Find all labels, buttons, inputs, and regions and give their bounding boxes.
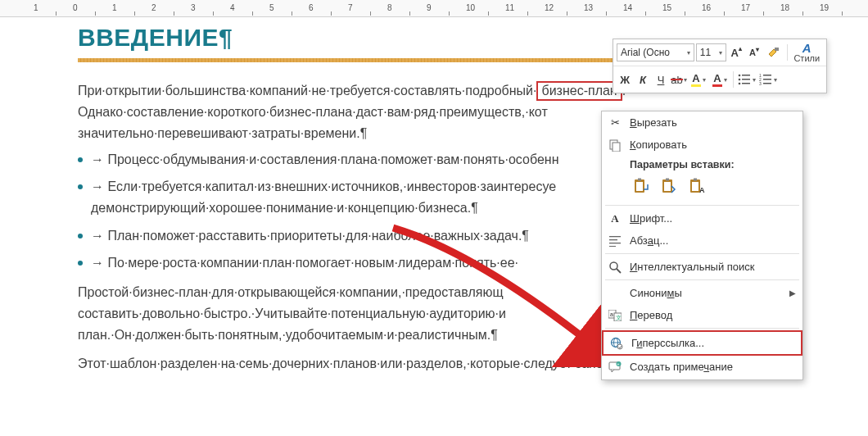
para1-part-a: При·открытии·большинства·компаний·не·тре… — [78, 84, 536, 98]
globe-link-icon — [607, 335, 626, 352]
bullet-marker — [78, 157, 83, 162]
svg-rect-26 — [609, 239, 617, 240]
ruler-number: 5 — [269, 3, 274, 12]
format-painter-button[interactable] — [764, 44, 784, 61]
context-menu: ✂ Вырезать Копировать Параметры вставки:… — [601, 111, 803, 380]
chevron-down-icon: ▾ — [684, 76, 687, 84]
decrease-font-button[interactable]: A▾ — [746, 44, 762, 61]
bullets-button[interactable]: ▾ — [737, 71, 757, 88]
svg-rect-19 — [664, 182, 671, 191]
svg-line-30 — [617, 269, 621, 273]
ruler-number: 15 — [662, 3, 671, 12]
selected-word-biznes-plan[interactable]: бизнес-план — [536, 81, 622, 101]
chevron-down-icon: ▾ — [719, 49, 722, 57]
menu-translate[interactable]: a文 Перевод — [602, 304, 802, 326]
bullet-text: → Процесс·обдумывания·и·составления·план… — [91, 149, 559, 170]
menu-new-comment[interactable]: + Создать примечание — [602, 356, 802, 378]
font-name-combo[interactable]: Arial (Осно ▾ — [617, 43, 694, 61]
menu-copy[interactable]: Копировать — [602, 134, 802, 156]
strikethrough-button[interactable]: ab▾ — [671, 71, 687, 88]
svg-rect-6 — [742, 83, 750, 84]
separator — [787, 44, 788, 61]
italic-button[interactable]: К — [635, 71, 651, 88]
separator — [605, 328, 799, 329]
font-name-value: Arial (Осно — [621, 47, 670, 58]
chevron-down-icon: ▾ — [724, 76, 727, 84]
font-size-value: 11 — [700, 47, 711, 58]
ruler-number: 13 — [584, 3, 593, 12]
ruler-number: 4 — [230, 3, 235, 12]
ruler-number: 6 — [309, 3, 314, 12]
svg-rect-2 — [742, 75, 750, 76]
svg-text:A: A — [699, 186, 705, 194]
styles-button[interactable]: A Стили — [791, 42, 823, 63]
mini-toolbar: Arial (Осно ▾ 11 ▾ A▴ A▾ A Стили Ж К Ч a… — [613, 39, 827, 93]
separator — [605, 253, 799, 254]
horizontal-ruler: 1012345678910111213141516171819 — [0, 0, 868, 17]
para1-part-c: Однако·составление·короткого·бизнес-план… — [78, 105, 548, 119]
menu-cut[interactable]: ✂ Вырезать — [602, 111, 802, 134]
comment-icon: + — [605, 359, 625, 375]
font-size-combo[interactable]: 11 ▾ — [696, 43, 727, 61]
ruler-number: 19 — [820, 3, 829, 12]
svg-point-5 — [739, 83, 741, 85]
paste-text-only-button[interactable]: A — [685, 175, 708, 198]
svg-point-3 — [739, 79, 741, 81]
search-icon — [605, 259, 625, 275]
paste-merge-button[interactable] — [658, 175, 680, 198]
ruler-number: 14 — [623, 3, 632, 12]
svg-rect-27 — [609, 243, 621, 243]
ruler-number: 17 — [741, 3, 750, 12]
separator — [605, 205, 799, 206]
ruler-number: 18 — [780, 3, 789, 12]
ruler-number: 10 — [466, 3, 475, 12]
ruler-number: 2 — [151, 3, 156, 12]
svg-rect-0 — [775, 48, 779, 51]
font-a-icon: А — [605, 211, 625, 227]
svg-rect-10 — [763, 79, 771, 80]
copy-icon — [605, 137, 625, 153]
numbering-button[interactable]: 123 ▾ — [758, 71, 778, 88]
translate-icon: a文 — [605, 307, 625, 324]
bold-button[interactable]: Ж — [617, 71, 633, 88]
chevron-down-icon: ▾ — [774, 76, 777, 84]
highlight-button[interactable]: A▾ — [689, 71, 708, 88]
mini-toolbar-row-2: Ж К Ч ab▾ A▾ А▾ ▾ 123 ▾ — [613, 66, 826, 93]
chevron-down-icon: ▾ — [703, 76, 706, 84]
chevron-down-icon: ▾ — [753, 76, 756, 84]
scissors-icon: ✂ — [605, 115, 625, 131]
para1-part-d: значительно·перевешивают·затраты·времени… — [78, 126, 367, 140]
font-color-button[interactable]: А▾ — [710, 71, 730, 88]
svg-rect-17 — [638, 179, 641, 181]
svg-text:3: 3 — [759, 81, 762, 85]
menu-smart-lookup[interactable]: Интеллектуальный поиск — [602, 256, 802, 278]
svg-rect-24 — [694, 179, 697, 181]
bullet-marker — [78, 234, 83, 238]
paste-options-header: Параметры вставки: — [602, 156, 802, 174]
svg-rect-28 — [609, 246, 616, 247]
ruler-number: 11 — [505, 3, 514, 12]
paragraph-icon — [605, 233, 625, 249]
svg-rect-25 — [609, 236, 621, 237]
svg-point-1 — [739, 75, 741, 77]
paste-keep-source-button[interactable] — [630, 175, 653, 198]
menu-synonyms[interactable]: Синонимы ▶ — [602, 282, 802, 304]
ruler-number: 1 — [34, 3, 38, 12]
separator — [733, 71, 734, 88]
menu-font[interactable]: А Шрифт... — [602, 207, 802, 229]
ruler-number: 3 — [191, 3, 196, 12]
chevron-down-icon: ▾ — [687, 49, 690, 57]
underline-button[interactable]: Ч — [653, 71, 669, 88]
menu-paragraph[interactable]: Абзац... — [602, 229, 802, 252]
ruler-number: 12 — [545, 3, 554, 12]
blank-icon — [605, 285, 625, 302]
ruler-inner: 1012345678910111213141516171819 — [0, 0, 868, 16]
bullet-text: → План·поможет·расставить·приоритеты·для… — [91, 225, 529, 247]
svg-rect-14 — [613, 143, 620, 152]
increase-font-button[interactable]: A▴ — [728, 44, 744, 61]
chevron-right-icon: ▶ — [789, 288, 796, 297]
svg-text:+: + — [617, 361, 620, 366]
mini-toolbar-row-1: Arial (Осно ▾ 11 ▾ A▴ A▾ A Стили — [613, 39, 826, 66]
menu-hyperlink[interactable]: Гиперссылка... — [602, 330, 802, 356]
svg-point-29 — [610, 262, 617, 270]
